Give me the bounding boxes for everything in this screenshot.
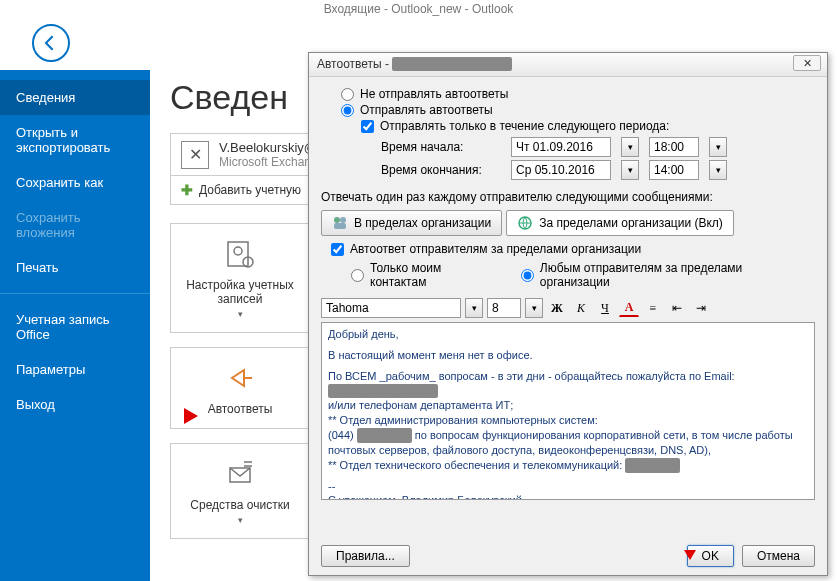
message-editor[interactable]: Добрый день, В настоящий момент меня нет… xyxy=(321,322,815,500)
sidebar-item-exit[interactable]: Выход xyxy=(0,387,150,422)
sidebar-separator xyxy=(0,293,150,294)
add-account-label: Добавить учетную xyxy=(199,183,301,197)
checkbox-outside-input[interactable] xyxy=(331,243,344,256)
editor-line: и/или телефонам департамента ИТ; xyxy=(328,398,808,413)
tile-cleanup[interactable]: Средства очистки ▾ xyxy=(170,443,310,539)
editor-line: ** Отдел администрирования компьютерных … xyxy=(328,413,808,428)
end-date-input[interactable] xyxy=(511,160,611,180)
dropdown-button[interactable]: ▾ xyxy=(621,160,639,180)
sidebar-item-info[interactable]: Сведения xyxy=(0,80,150,115)
tab-label: В пределах организации xyxy=(354,216,491,230)
tile-label: Настройка учетных записей xyxy=(179,278,301,306)
end-time-input[interactable] xyxy=(649,160,699,180)
sidebar-item-save-attachments: Сохранить вложения xyxy=(0,200,150,250)
checkbox-period[interactable]: Отправлять только в течение следующего п… xyxy=(361,119,815,133)
format-toolbar: ▾ ▾ Ж К Ч А ≡ ⇤ ⇥ xyxy=(321,298,815,318)
dropdown-button[interactable]: ▾ xyxy=(621,137,639,157)
radio-label: Не отправлять автоответы xyxy=(360,87,508,101)
radio-label: Отправлять автоответы xyxy=(360,103,493,117)
indent-button[interactable]: ⇥ xyxy=(691,298,711,318)
editor-line: ** Отдел технического обеспечения и теле… xyxy=(328,458,808,473)
dropdown-button[interactable]: ▾ xyxy=(709,160,727,180)
radio-no-send-input[interactable] xyxy=(341,88,354,101)
radio-label: Любым отправителям за пределами организа… xyxy=(540,261,815,289)
start-date-input[interactable] xyxy=(511,137,611,157)
tile-label: Средства очистки xyxy=(179,498,301,512)
redacted: xxxxxxxxxxxxxxxxxxxx xyxy=(392,57,512,71)
chevron-down-icon: ▾ xyxy=(238,515,243,525)
radio-contacts-input[interactable] xyxy=(351,269,364,282)
reply-icon xyxy=(179,360,301,396)
chevron-down-icon: ▾ xyxy=(238,309,243,319)
radio-label: Только моим контактам xyxy=(370,261,501,289)
globe-icon xyxy=(517,215,533,231)
people-icon xyxy=(332,215,348,231)
sidebar-item-print[interactable]: Печать xyxy=(0,250,150,285)
red-arrow-down-annotation xyxy=(680,530,700,562)
svg-rect-0 xyxy=(228,242,248,266)
editor-line: -- xyxy=(328,479,808,494)
radio-any-input[interactable] xyxy=(521,269,534,282)
back-button[interactable] xyxy=(32,24,70,62)
tab-inside-org[interactable]: В пределах организации xyxy=(321,210,502,236)
font-size-select[interactable] xyxy=(487,298,521,318)
sidebar-item-options[interactable]: Параметры xyxy=(0,352,150,387)
italic-button[interactable]: К xyxy=(571,298,591,318)
underline-button[interactable]: Ч xyxy=(595,298,615,318)
tile-account-settings[interactable]: Настройка учетных записей ▾ xyxy=(170,223,310,333)
start-time-label: Время начала: xyxy=(381,140,501,154)
radio-send-input[interactable] xyxy=(341,104,354,117)
end-time-label: Время окончания: xyxy=(381,163,501,177)
radio-no-send[interactable]: Не отправлять автоответы xyxy=(341,87,815,101)
dropdown-button[interactable]: ▾ xyxy=(525,298,543,318)
sidebar: Сведения Открыть и экспортировать Сохран… xyxy=(0,70,150,581)
radio-contacts-only[interactable]: Только моим контактам xyxy=(351,261,501,289)
svg-point-5 xyxy=(340,217,346,223)
radio-send[interactable]: Отправлять автоответы xyxy=(341,103,815,117)
cancel-button[interactable]: Отмена xyxy=(742,545,815,567)
editor-line: (044) xxxxxxxxxx по вопросам функциониро… xyxy=(328,428,808,458)
start-time-input[interactable] xyxy=(649,137,699,157)
editor-line: В настоящий момент меня нет в офисе. xyxy=(328,348,808,363)
sidebar-item-save-as[interactable]: Сохранить как xyxy=(0,165,150,200)
checkbox-label: Автоответ отправителям за пределами орга… xyxy=(350,242,641,256)
svg-rect-6 xyxy=(334,223,346,229)
cleanup-icon xyxy=(179,456,301,492)
checkbox-outside-reply[interactable]: Автоответ отправителям за пределами орга… xyxy=(331,242,815,256)
editor-line: С уважением, Владимир Белокурский xyxy=(328,493,808,500)
close-button[interactable]: ✕ xyxy=(793,55,821,71)
sidebar-item-office-account[interactable]: Учетная запись Office xyxy=(0,302,150,352)
checkbox-label: Отправлять только в течение следующего п… xyxy=(380,119,669,133)
plus-icon: ✚ xyxy=(181,182,193,198)
dropdown-button[interactable]: ▾ xyxy=(465,298,483,318)
red-arrow-annotation xyxy=(150,404,200,428)
font-color-button[interactable]: А xyxy=(619,299,639,317)
rules-button[interactable]: Правила... xyxy=(321,545,410,567)
dialog-titlebar: Автоответы - xxxxxxxxxxxxxxxxxxxx ✕ xyxy=(309,53,827,77)
bold-button[interactable]: Ж xyxy=(547,298,567,318)
outdent-button[interactable]: ⇤ xyxy=(667,298,687,318)
dropdown-button[interactable]: ▾ xyxy=(709,137,727,157)
reply-once-label: Отвечать один раз каждому отправителю сл… xyxy=(321,190,815,204)
sidebar-item-open-export[interactable]: Открыть и экспортировать xyxy=(0,115,150,165)
window-title: Входящие - Outlook_new - Outlook xyxy=(0,0,837,18)
exchange-icon: ✕ xyxy=(181,141,209,169)
bullet-list-button[interactable]: ≡ xyxy=(643,298,663,318)
user-gear-icon xyxy=(179,236,301,272)
svg-point-1 xyxy=(234,247,242,255)
checkbox-period-input[interactable] xyxy=(361,120,374,133)
redacted: xxxxxxxxxxxxxxxxxxxx xyxy=(328,384,438,399)
arrow-left-icon xyxy=(41,33,61,53)
editor-line: Добрый день, xyxy=(328,327,808,342)
dialog-title-text: Автоответы - xyxy=(317,57,392,71)
font-select[interactable] xyxy=(321,298,461,318)
tab-outside-org[interactable]: За пределами организации (Вкл) xyxy=(506,210,734,236)
radio-any-sender[interactable]: Любым отправителям за пределами организа… xyxy=(521,261,815,289)
editor-line: По ВСЕМ _рабочим_ вопросам - в эти дни -… xyxy=(328,369,808,384)
svg-point-4 xyxy=(334,217,340,223)
auto-reply-dialog: Автоответы - xxxxxxxxxxxxxxxxxxxx ✕ Не о… xyxy=(308,52,828,576)
tab-label: За пределами организации (Вкл) xyxy=(539,216,723,230)
